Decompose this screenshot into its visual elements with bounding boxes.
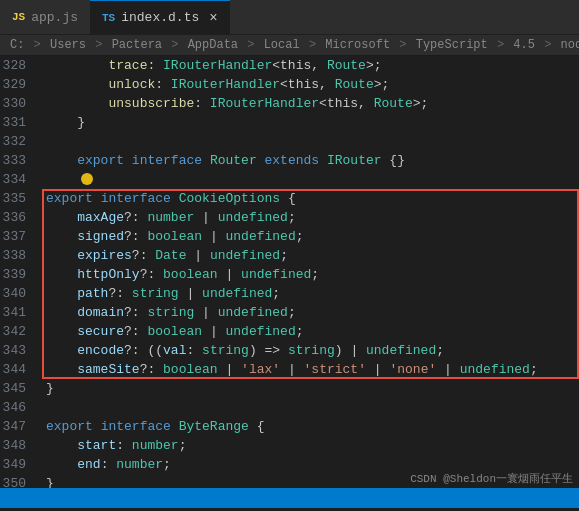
breadcrumb: C: > Users > Pactera > AppData > Local >… [0, 35, 579, 56]
line-num-331: 331 [0, 113, 42, 132]
line-content-335: export interface CookieOptions { [42, 189, 579, 208]
line-num-345: 345 [0, 379, 42, 398]
line-content-328: trace: IRouterHandler<this, Route>; [42, 56, 579, 75]
line-num-344: 344 [0, 360, 42, 379]
line-content-338: expires?: Date | undefined; [42, 246, 579, 265]
line-329: 329 unlock: IRouterHandler<this, Route>; [0, 75, 579, 94]
line-num-342: 342 [0, 322, 42, 341]
line-content-330: unsubscribe: IRouterHandler<this, Route>… [42, 94, 579, 113]
line-331: 331 } [0, 113, 579, 132]
line-content-333: export interface Router extends IRouter … [42, 151, 579, 170]
line-338: 338 expires?: Date | undefined; [0, 246, 579, 265]
code-area: 328 trace: IRouterHandler<this, Route>; … [0, 56, 579, 488]
line-content-332 [42, 132, 579, 151]
line-content-344: sameSite?: boolean | 'lax' | 'strict' | … [42, 360, 579, 379]
watermark: CSDN @Sheldon一寰烟雨任平生 [404, 469, 579, 488]
line-content-334 [42, 170, 579, 189]
line-328: 328 trace: IRouterHandler<this, Route>; [0, 56, 579, 75]
line-content-347: export interface ByteRange { [42, 417, 579, 436]
line-num-348: 348 [0, 436, 42, 455]
line-332: 332 [0, 132, 579, 151]
line-343: 343 encode?: ((val: string) => string) |… [0, 341, 579, 360]
line-345: 345 } [0, 379, 579, 398]
line-num-329: 329 [0, 75, 42, 94]
line-content-336: maxAge?: number | undefined; [42, 208, 579, 227]
line-num-347: 347 [0, 417, 42, 436]
tab-ts-icon: TS [102, 12, 115, 24]
line-content-340: path?: string | undefined; [42, 284, 579, 303]
line-num-332: 332 [0, 132, 42, 151]
status-bar [0, 488, 579, 508]
line-num-330: 330 [0, 94, 42, 113]
line-num-343: 343 [0, 341, 42, 360]
line-346: 346 [0, 398, 579, 417]
tab-app-js-label: app.js [31, 10, 78, 25]
line-330: 330 unsubscribe: IRouterHandler<this, Ro… [0, 94, 579, 113]
line-348: 348 start: number; [0, 436, 579, 455]
line-content-345: } [42, 379, 579, 398]
line-339: 339 httpOnly?: boolean | undefined; [0, 265, 579, 284]
line-num-349: 349 [0, 455, 42, 474]
tab-app-js[interactable]: JS app.js [0, 0, 90, 34]
tab-index-d-ts[interactable]: TS index.d.ts × [90, 0, 230, 34]
line-content-343: encode?: ((val: string) => string) | und… [42, 341, 579, 360]
line-content-346 [42, 398, 579, 417]
line-num-346: 346 [0, 398, 42, 417]
line-num-334: 334 [0, 170, 42, 189]
line-num-341: 341 [0, 303, 42, 322]
line-341: 341 domain?: string | undefined; [0, 303, 579, 322]
line-342: 342 secure?: boolean | undefined; [0, 322, 579, 341]
close-icon[interactable]: × [209, 10, 217, 26]
line-content-348: start: number; [42, 436, 579, 455]
line-content-329: unlock: IRouterHandler<this, Route>; [42, 75, 579, 94]
line-content-337: signed?: boolean | undefined; [42, 227, 579, 246]
line-num-336: 336 [0, 208, 42, 227]
line-num-333: 333 [0, 151, 42, 170]
line-num-335: 335 [0, 189, 42, 208]
line-content-339: httpOnly?: boolean | undefined; [42, 265, 579, 284]
line-340: 340 path?: string | undefined; [0, 284, 579, 303]
tab-bar: JS app.js TS index.d.ts × [0, 0, 579, 35]
line-347: 347 export interface ByteRange { [0, 417, 579, 436]
line-num-350: 350 [0, 474, 42, 488]
line-335: 335 export interface CookieOptions { [0, 189, 579, 208]
line-337: 337 signed?: boolean | undefined; [0, 227, 579, 246]
line-content-342: secure?: boolean | undefined; [42, 322, 579, 341]
line-content-341: domain?: string | undefined; [42, 303, 579, 322]
line-334: 334 [0, 170, 579, 189]
tab-index-d-ts-label: index.d.ts [121, 10, 199, 25]
line-344: 344 sameSite?: boolean | 'lax' | 'strict… [0, 360, 579, 379]
line-num-328: 328 [0, 56, 42, 75]
code-lines: 328 trace: IRouterHandler<this, Route>; … [0, 56, 579, 488]
line-content-331: } [42, 113, 579, 132]
line-336: 336 maxAge?: number | undefined; [0, 208, 579, 227]
line-num-337: 337 [0, 227, 42, 246]
tab-js-icon: JS [12, 11, 25, 23]
line-num-338: 338 [0, 246, 42, 265]
line-num-340: 340 [0, 284, 42, 303]
line-333: 333 export interface Router extends IRou… [0, 151, 579, 170]
line-num-339: 339 [0, 265, 42, 284]
